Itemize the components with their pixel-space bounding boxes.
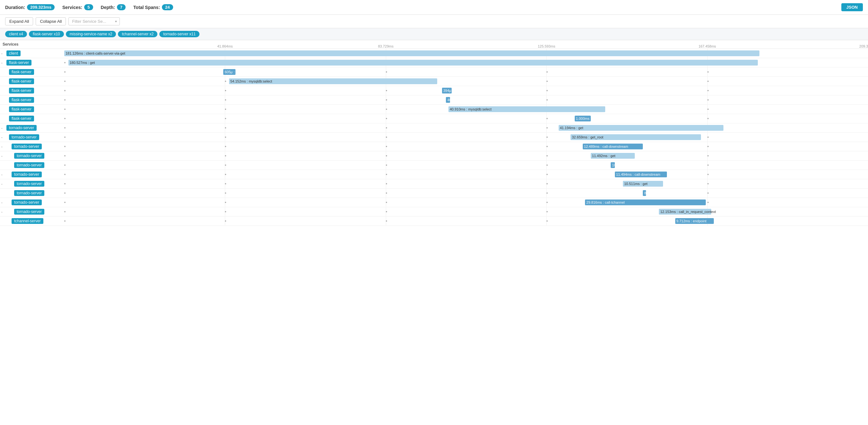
service-badge[interactable]: flask-server <box>9 79 34 84</box>
expand-toggle[interactable]: - <box>1 135 5 139</box>
timeline-dot <box>386 211 387 212</box>
span-bar[interactable]: 41.194ms : get <box>559 125 723 131</box>
span-bar[interactable]: 181.126ms : client-calls-server-via-get <box>64 51 760 56</box>
service-badge[interactable]: flask-server <box>9 106 34 112</box>
span-bar-label: 32.659ms : get_root <box>572 135 603 139</box>
timeline-dot <box>225 155 226 156</box>
service-tag[interactable]: client x4 <box>5 31 27 37</box>
timeline-cell: 41.194ms : get <box>64 123 868 132</box>
service-badge[interactable]: tornado-server <box>14 181 44 187</box>
span-bar[interactable]: 9.712ms : endpoint <box>675 218 714 224</box>
timeline-dot <box>225 183 226 184</box>
expand-all-button[interactable]: Expand All <box>5 17 33 25</box>
timeline-dot <box>64 192 65 194</box>
span-bar[interactable]: 85μ : tornado-x3 <box>643 190 646 196</box>
service-badge[interactable]: flask-server <box>9 88 34 93</box>
span-bar[interactable]: 32.659ms : get_root <box>570 134 701 140</box>
services-stat: Services: 5 <box>62 4 93 10</box>
table-row: flask-server54.152ms : mysqldb:select <box>0 77 868 86</box>
timeline-cell: 11.494ms : call-downstream <box>64 170 868 179</box>
timeline-dot <box>386 71 387 72</box>
service-tag[interactable]: missing-service-name x2 <box>66 31 116 37</box>
timeline-dot <box>707 90 709 91</box>
span-bar[interactable]: 605μ : mysqldb:connect <box>223 69 236 75</box>
timeline-dot <box>64 174 65 175</box>
timeline-dot <box>64 211 65 212</box>
timeline-dot <box>64 183 65 184</box>
timeline-dot <box>225 81 226 82</box>
timeline-dot <box>225 202 226 203</box>
expand-toggle[interactable]: - <box>1 182 5 186</box>
timeline-cell: 181.126ms : client-calls-server-via-get <box>64 49 868 58</box>
span-bar[interactable]: 12.489ms : call-downstream <box>583 144 643 149</box>
json-button[interactable]: JSON <box>841 3 863 11</box>
timeline-cell: 10.511ms : get <box>64 179 868 188</box>
span-bar[interactable]: 180.527ms : get <box>68 60 758 65</box>
span-bar[interactable]: 105μ : tornado-x2 <box>611 162 615 168</box>
collapse-all-button[interactable]: Collapse All <box>36 17 66 25</box>
total-spans-value: 24 <box>162 4 173 10</box>
expand-toggle[interactable]: - <box>1 126 5 130</box>
timeline-cell: 9.712ms : endpoint <box>64 216 868 225</box>
timeline-dot <box>64 90 65 91</box>
filter-service-wrapper[interactable]: Filter Service Se... <box>68 17 120 25</box>
filter-service-select[interactable]: Filter Service Se... <box>68 17 120 25</box>
table-row: tornado-server85μ : tornado-x3 <box>0 188 868 198</box>
timeline-dot <box>707 81 709 82</box>
service-label-cell: flask-server <box>0 78 64 85</box>
service-badge[interactable]: tornado-server <box>14 209 44 215</box>
service-label-cell: -flask-server <box>0 59 64 66</box>
span-bar[interactable]: 11.494ms : call-downstream <box>615 172 667 177</box>
timeline-header: Services 41.864ms83.729ms125.593ms167.45… <box>0 40 868 49</box>
timeline-dot <box>225 192 226 194</box>
timeline-dot <box>707 183 709 184</box>
tick-label: 83.729ms <box>378 44 394 48</box>
service-label-cell: -tornado-server <box>0 180 64 188</box>
span-bar[interactable]: 10.511ms : get <box>623 181 663 187</box>
timeline-dot <box>707 109 709 110</box>
span-bar[interactable]: 29.816ms : call-tchannel <box>585 200 706 205</box>
service-badge[interactable]: flask-server <box>9 69 34 75</box>
span-bar[interactable]: 394μ : mysqldb:connect <box>442 88 452 93</box>
service-badge[interactable]: tornado-server <box>14 153 44 159</box>
expand-toggle[interactable]: - <box>1 61 5 65</box>
timeline-dot <box>547 155 548 156</box>
span-bar[interactable]: 40.910ms : mysqldb:select <box>448 106 605 112</box>
service-badge[interactable]: tchannel-server <box>11 218 43 224</box>
expand-toggle[interactable]: - <box>1 52 5 55</box>
service-badge[interactable]: tornado-server <box>9 134 39 140</box>
timeline-dot <box>64 62 65 63</box>
service-tag[interactable]: tchannel-server x2 <box>118 31 157 37</box>
service-badge[interactable]: client <box>6 51 21 56</box>
expand-toggle[interactable]: - <box>1 154 5 158</box>
table-row: -tornado-server41.194ms : get <box>0 123 868 133</box>
span-bar[interactable]: 1.000ms : mysqldb:commit <box>575 116 591 121</box>
service-tag[interactable]: flask-server x10 <box>29 31 64 37</box>
table-row: -tornado-server12.153ms : call_in_reques… <box>0 207 868 216</box>
span-bar[interactable]: 12.153ms : call_in_request_context <box>659 209 711 215</box>
service-badge[interactable]: tornado-server <box>11 144 42 149</box>
span-bar[interactable]: 11.492ms : get <box>591 153 635 159</box>
timeline-dot <box>707 164 709 166</box>
service-badge[interactable]: tornado-server <box>11 200 42 205</box>
timeline-cell: 605μ : mysqldb:connect <box>64 67 868 77</box>
service-badge[interactable]: tornado-server <box>6 125 37 131</box>
expand-toggle[interactable]: - <box>1 201 5 204</box>
service-badge[interactable]: flask-server <box>9 116 34 121</box>
service-tag[interactable]: tornado-server x11 <box>159 31 199 37</box>
timeline-cell: 180.527ms : get <box>64 58 868 67</box>
service-badge[interactable]: tornado-server <box>14 162 44 168</box>
expand-toggle[interactable]: - <box>1 173 5 176</box>
service-badge[interactable]: tornado-server <box>14 190 44 196</box>
span-bar[interactable]: 54.152ms : mysqldb:select <box>229 79 437 84</box>
expand-toggle[interactable]: - <box>1 210 5 214</box>
tick-label: 125.593ms <box>538 44 555 48</box>
service-badge[interactable]: tornado-server <box>11 172 42 177</box>
service-badge[interactable]: flask-server <box>9 97 34 103</box>
service-badge[interactable]: flask-server <box>6 60 31 65</box>
span-bar[interactable]: 46μ : mysqldb:begin_transaction <box>446 97 450 103</box>
table-row: -tornado-server29.816ms : call-tchannel <box>0 198 868 207</box>
timeline-dot <box>547 211 548 212</box>
expand-toggle[interactable]: - <box>1 145 5 148</box>
timeline-dot <box>64 146 65 147</box>
